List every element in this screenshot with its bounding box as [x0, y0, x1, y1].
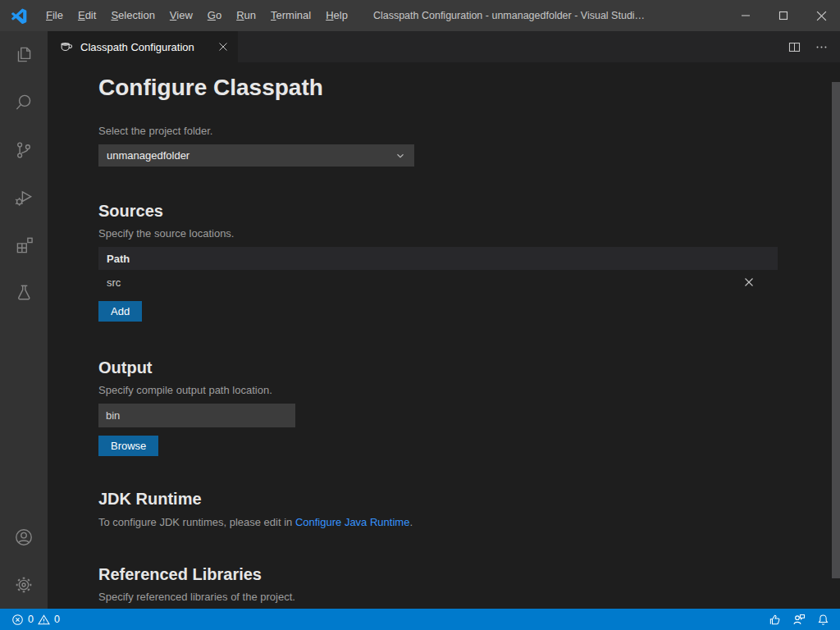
project-folder-selected-value: unmanagedfolder	[107, 149, 189, 162]
sources-path-table: Path src	[98, 247, 778, 294]
maximize-button[interactable]	[765, 0, 802, 31]
menu-selection[interactable]: Selection	[103, 0, 162, 31]
activity-extensions-button[interactable]	[0, 221, 48, 269]
jdk-runtime-text: To configure JDK runtimes, please edit i…	[98, 516, 840, 528]
gear-icon	[13, 574, 34, 596]
activity-account-button[interactable]	[0, 514, 48, 561]
error-icon	[11, 614, 24, 626]
editor-actions	[781, 31, 840, 62]
minimize-button[interactable]	[727, 0, 765, 31]
activity-run-debug-button[interactable]	[0, 174, 48, 221]
vertical-scrollbar[interactable]	[832, 82, 840, 578]
testing-flask-icon	[13, 282, 34, 304]
thumbsup-feedback-button[interactable]	[763, 609, 787, 630]
output-description: Specify compile output path location.	[98, 384, 840, 396]
menu-file[interactable]: File	[39, 0, 71, 31]
tab-classpath-configuration[interactable]: Classpath Configuration	[48, 31, 238, 62]
extensions-icon	[13, 235, 34, 256]
thumbsup-icon	[769, 614, 781, 626]
bell-icon	[817, 614, 829, 626]
activity-bar	[0, 31, 48, 609]
menu-view[interactable]: View	[162, 0, 200, 31]
source-path-row[interactable]: src	[98, 270, 778, 294]
split-editor-button[interactable]	[781, 31, 808, 62]
referenced-libraries-heading: Referenced Libraries	[98, 564, 840, 585]
account-icon	[13, 527, 34, 548]
tab-label: Classpath Configuration	[80, 41, 210, 53]
activity-search-button[interactable]	[0, 79, 48, 126]
error-count: 0	[28, 614, 34, 625]
person-feedback-icon	[792, 613, 806, 626]
output-path-input[interactable]	[98, 404, 295, 427]
window-title: Classpath Configuration - unmanagedfolde…	[373, 10, 727, 21]
path-column-header: Path	[98, 247, 778, 270]
add-source-button[interactable]: Add	[98, 301, 142, 322]
remove-source-icon[interactable]	[743, 276, 755, 288]
java-cup-icon	[59, 39, 74, 54]
warning-count: 0	[54, 614, 60, 625]
titlebar: File Edit Selection View Go Run Terminal…	[0, 0, 840, 31]
configure-java-runtime-link[interactable]: Configure Java Runtime	[295, 516, 409, 528]
status-bar-right	[763, 609, 835, 630]
activity-source-control-button[interactable]	[0, 126, 48, 174]
menu-help[interactable]: Help	[318, 0, 355, 31]
window-controls	[727, 0, 840, 31]
warning-icon	[38, 614, 50, 626]
problems-indicator[interactable]: 0 0	[7, 609, 65, 630]
tab-bar: Classpath Configuration	[48, 31, 840, 62]
jdk-runtime-heading: JDK Runtime	[98, 488, 840, 509]
files-icon	[13, 44, 34, 66]
close-window-button[interactable]	[802, 0, 840, 31]
jdk-runtime-text-before: To configure JDK runtimes, please edit i…	[98, 516, 295, 528]
referenced-libraries-description: Specify referenced libraries of the proj…	[98, 591, 840, 603]
classpath-configuration-view: Configure Classpath Select the project f…	[48, 62, 840, 609]
chevron-down-icon	[395, 150, 406, 162]
run-and-debug-icon	[13, 187, 34, 208]
menu-terminal[interactable]: Terminal	[263, 0, 318, 31]
feedback-button[interactable]	[787, 609, 811, 630]
menu-edit[interactable]: Edit	[71, 0, 103, 31]
sources-heading: Sources	[98, 200, 840, 221]
tab-close-icon[interactable]	[218, 42, 228, 52]
activity-settings-button[interactable]	[0, 561, 48, 609]
menu-go[interactable]: Go	[200, 0, 229, 31]
more-actions-button[interactable]	[808, 31, 835, 62]
jdk-runtime-text-after: .	[409, 516, 413, 528]
vscode-logo-icon	[11, 7, 28, 24]
project-folder-select[interactable]: unmanagedfolder	[98, 144, 414, 167]
project-folder-label: Select the project folder.	[98, 125, 840, 137]
page-title: Configure Classpath	[98, 73, 840, 103]
sources-description: Specify the source locations.	[98, 227, 840, 240]
menu-run[interactable]: Run	[229, 0, 263, 31]
activity-explorer-button[interactable]	[0, 31, 48, 79]
output-heading: Output	[98, 357, 840, 378]
source-control-icon	[13, 139, 34, 161]
activity-testing-button[interactable]	[0, 269, 48, 317]
search-icon	[13, 92, 34, 113]
notifications-button[interactable]	[811, 609, 835, 630]
status-bar: 0 0	[0, 609, 840, 630]
source-path-value: src	[107, 276, 121, 289]
browse-button[interactable]: Browse	[98, 436, 158, 456]
